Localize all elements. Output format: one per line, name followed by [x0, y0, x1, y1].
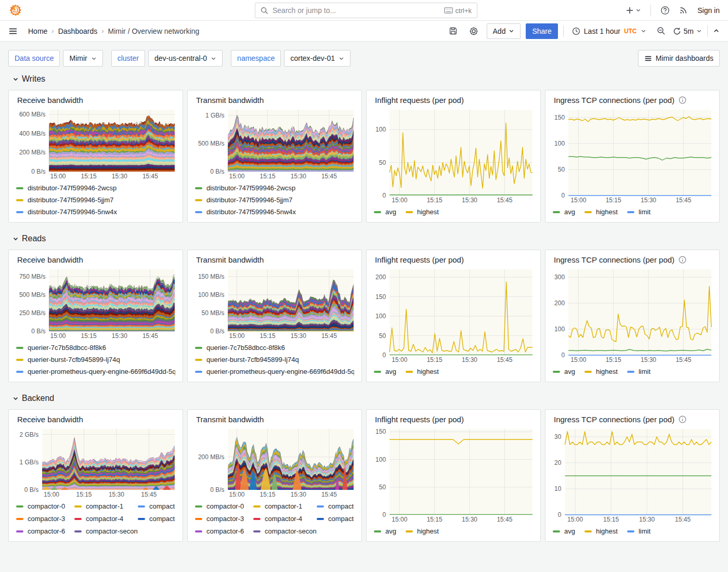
- menu-toggle-button[interactable]: [8, 27, 18, 36]
- time-range-picker[interactable]: Last 1 hour UTC: [569, 27, 649, 35]
- legend-item[interactable]: limit: [627, 527, 651, 535]
- legend-item[interactable]: compactor-5: [317, 513, 354, 525]
- news-button[interactable]: [679, 6, 688, 15]
- legend-item[interactable]: highest: [406, 527, 439, 535]
- legend-item[interactable]: querier-7c7b58dbcc-8f8k6: [16, 342, 175, 354]
- legend-item[interactable]: compactor-3: [195, 513, 253, 525]
- panel-title[interactable]: Transmit bandwidth: [196, 96, 264, 105]
- create-menu-button[interactable]: [626, 6, 641, 15]
- legend-item[interactable]: compactor-2: [138, 500, 175, 512]
- refresh-picker[interactable]: 5m: [673, 27, 702, 35]
- help-button[interactable]: [660, 6, 670, 15]
- chart-area[interactable]: 0 B/s500 MB/s1 GB/s15:0015:1515:3015:45: [194, 107, 355, 180]
- legend-item[interactable]: compactor-0: [16, 500, 74, 512]
- panel-title[interactable]: Ingress TCP connections (per pod): [554, 415, 674, 424]
- svg-text:15:15: 15:15: [81, 332, 97, 340]
- legend-item[interactable]: compactor-4: [74, 513, 138, 525]
- chart-area[interactable]: 05010015015:0015:1515:3015:45: [552, 107, 713, 204]
- share-button[interactable]: Share: [526, 23, 557, 39]
- legend-item[interactable]: avg: [374, 208, 396, 216]
- info-icon[interactable]: [679, 96, 686, 104]
- chart-area[interactable]: 010020030015:0015:1515:3015:45: [552, 266, 713, 364]
- legend-item[interactable]: avg: [553, 368, 575, 375]
- legend-item[interactable]: limit: [627, 368, 651, 375]
- legend-item[interactable]: compactor-6: [16, 525, 74, 537]
- breadcrumb-home[interactable]: Home: [28, 27, 47, 35]
- chart-area[interactable]: 05010015:0015:1515:3015:45: [373, 107, 534, 204]
- datasource-label[interactable]: Data source: [8, 50, 60, 67]
- namespace-select[interactable]: cortex-dev-01: [284, 50, 350, 67]
- panel-title[interactable]: Transmit bandwidth: [196, 255, 264, 264]
- legend-item[interactable]: limit: [627, 208, 651, 216]
- legend-item[interactable]: distributor-747f599946-5nw4x: [16, 206, 175, 218]
- legend-item[interactable]: compactor-3: [16, 513, 74, 525]
- add-button[interactable]: Add: [487, 23, 521, 39]
- legend-item[interactable]: querier-7c7b58dbcc-8f8k6: [195, 342, 354, 354]
- legend-item[interactable]: highest: [584, 368, 618, 375]
- namespace-label[interactable]: namespace: [231, 50, 281, 67]
- grafana-logo[interactable]: [8, 3, 22, 17]
- legend-item[interactable]: highest: [584, 527, 618, 535]
- panel-title[interactable]: Receive bandwidth: [17, 255, 83, 264]
- legend-item[interactable]: compactor-0: [195, 500, 253, 512]
- datasource-select[interactable]: Mimir: [63, 50, 102, 67]
- search-bar[interactable]: ctrl+k: [255, 3, 477, 18]
- info-icon[interactable]: [679, 415, 686, 423]
- search-input[interactable]: [272, 6, 444, 15]
- sign-in-link[interactable]: Sign in: [697, 6, 720, 15]
- chart-area[interactable]: 0 B/s1 GB/s2 GB/s15:0015:1515:3015:45: [15, 426, 176, 499]
- chart-area[interactable]: 0 B/s50 MB/s100 MB/s150 MB/s15:0015:1515…: [194, 266, 355, 340]
- legend-item[interactable]: compactor-secondary-0: [253, 525, 317, 537]
- legend-item[interactable]: highest: [406, 208, 439, 216]
- legend-item[interactable]: querier-burst-7cfb945899-lj74q: [195, 354, 354, 366]
- section-header-backend[interactable]: Backend: [12, 394, 728, 403]
- legend-item[interactable]: distributor-747f599946-5jjm7: [16, 194, 175, 206]
- legend-item[interactable]: highest: [584, 208, 618, 216]
- panel-title[interactable]: Inflight requests (per pod): [375, 96, 464, 105]
- chart-area[interactable]: 010203015:0015:1515:3015:45: [552, 426, 713, 524]
- legend-item[interactable]: distributor-747f599946-2wcsp: [16, 182, 175, 194]
- legend-item[interactable]: avg: [553, 527, 575, 535]
- legend-item[interactable]: avg: [374, 368, 396, 375]
- chart-area[interactable]: 0 B/s200 MB/s400 MB/s600 MB/s15:0015:151…: [15, 107, 176, 180]
- dashboard-settings-button[interactable]: [466, 27, 482, 36]
- zoom-out-button[interactable]: [655, 27, 668, 35]
- legend-item[interactable]: highest: [406, 368, 439, 375]
- chart-area[interactable]: 05010015015:0015:1515:3015:45: [373, 426, 534, 524]
- section-header-writes[interactable]: Writes: [12, 74, 728, 84]
- cluster-select[interactable]: dev-us-central-0: [148, 50, 223, 67]
- legend-item[interactable]: compactor-6: [195, 525, 253, 537]
- legend-item[interactable]: distributor-747f599946-5jjm7: [195, 194, 354, 206]
- legend-item[interactable]: distributor-747f599946-5nw4x: [195, 206, 354, 218]
- legend-item[interactable]: compactor-secondary-0: [74, 525, 138, 537]
- chart-area[interactable]: 0 B/s250 MB/s500 MB/s750 MB/s15:0015:151…: [15, 266, 176, 340]
- panel-title[interactable]: Receive bandwidth: [17, 96, 83, 105]
- chart-area[interactable]: 05010015020015:0015:1515:3015:45: [373, 266, 534, 364]
- collapse-toolbar-button[interactable]: [713, 28, 720, 34]
- legend-item[interactable]: compactor-2: [317, 500, 354, 512]
- legend-item[interactable]: avg: [553, 208, 575, 216]
- legend-item[interactable]: querier-burst-7cfb945899-lj74q: [16, 354, 175, 366]
- panel-title[interactable]: Ingress TCP connections (per pod): [554, 96, 674, 105]
- legend-item[interactable]: compactor-5: [138, 513, 175, 525]
- breadcrumb-dashboards[interactable]: Dashboards: [58, 27, 98, 35]
- panel-title[interactable]: Receive bandwidth: [17, 415, 83, 424]
- legend-item[interactable]: querier-prometheus-query-engine-669f6d49…: [16, 366, 175, 378]
- info-icon[interactable]: [679, 256, 686, 264]
- save-dashboard-button[interactable]: [446, 27, 461, 35]
- section-header-reads[interactable]: Reads: [12, 234, 728, 243]
- legend-item[interactable]: compactor-1: [74, 500, 138, 512]
- mimir-dashboards-button[interactable]: Mimir dashboards: [638, 50, 720, 67]
- chart-area[interactable]: 0 B/s200 MB/s15:0015:1515:3015:45: [194, 426, 355, 499]
- legend-item[interactable]: distributor-747f599946-2wcsp: [195, 182, 354, 194]
- refresh-interval-label: 5m: [684, 27, 694, 35]
- legend-item[interactable]: avg: [374, 527, 396, 535]
- cluster-label[interactable]: cluster: [111, 50, 145, 67]
- panel-title[interactable]: Ingress TCP connections (per pod): [554, 255, 674, 264]
- legend-item[interactable]: querier-prometheus-query-engine-669f6d49…: [195, 366, 354, 378]
- panel-title[interactable]: Inflight requests (per pod): [375, 415, 464, 424]
- legend-item[interactable]: compactor-4: [253, 513, 317, 525]
- panel-title[interactable]: Inflight requests (per pod): [375, 255, 464, 264]
- legend-item[interactable]: compactor-1: [253, 500, 317, 512]
- panel-title[interactable]: Transmit bandwidth: [196, 415, 264, 424]
